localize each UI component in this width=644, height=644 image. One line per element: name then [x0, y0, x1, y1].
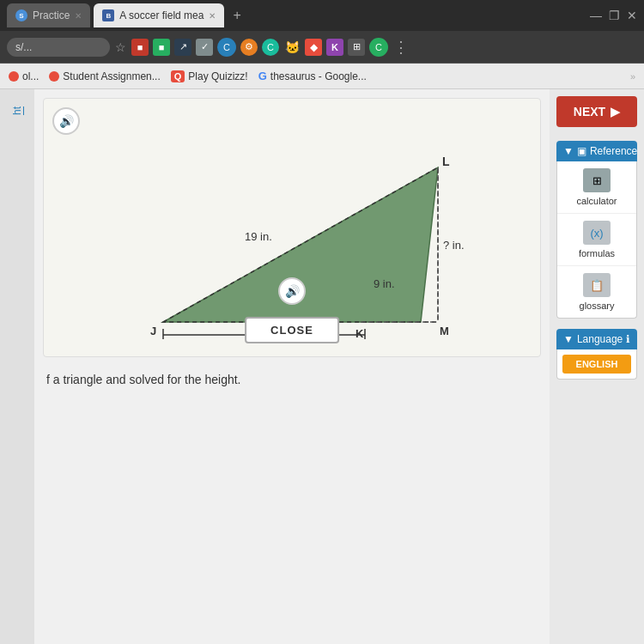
star-icon[interactable]: ☆ — [115, 40, 126, 54]
tab-soccer[interactable]: B A soccer field mea ✕ — [94, 3, 224, 27]
right-sidebar: NEXT ▶ ▼ ▣ Reference ⊞ calculator (x) fo… — [550, 89, 644, 644]
browser-frame: S Practice ✕ B A soccer field mea ✕ + — … — [0, 0, 644, 644]
close-window-button[interactable]: ✕ — [627, 9, 637, 22]
maximize-button[interactable]: ❐ — [609, 9, 620, 22]
formulas-icon: (x) — [583, 221, 611, 245]
address-input[interactable] — [7, 38, 110, 57]
bottom-text: f a triangle and solved for the height. — [43, 366, 541, 393]
reference-section[interactable]: ▼ ▣ Reference — [556, 141, 637, 161]
window-controls: — ❐ ✕ — [590, 9, 637, 22]
reference-items: ⊞ calculator (x) formulas 📋 glossary — [556, 161, 637, 319]
label-k: K — [355, 327, 364, 339]
toolbar-icon-c2[interactable]: C — [262, 39, 279, 56]
google-icon: G — [258, 70, 267, 82]
bookmark-ol[interactable]: ol... — [9, 70, 39, 82]
tab-label-practice: Practice — [33, 9, 70, 21]
bookmark-student[interactable]: Student Assignmen... — [49, 70, 160, 82]
toolbar-icon-1[interactable]: ■ — [131, 39, 149, 56]
tab-close-practice[interactable]: ✕ — [75, 11, 82, 21]
side-label-9: 9 in. — [374, 277, 395, 290]
glossary-label: glossary — [580, 301, 615, 311]
triangle-container: L K M J 19 in. ? in. 9 in. — [61, 116, 523, 339]
bookmarks-bar: ol... Student Assignmen... Q Play Quiziz… — [0, 64, 644, 89]
toolbar-icon-grid[interactable]: ⊞ — [348, 39, 365, 56]
new-tab-button[interactable]: + — [228, 8, 246, 23]
bookmark-dot-student — [49, 71, 59, 82]
toolbar-icon-gear[interactable]: ⚙ — [240, 39, 258, 56]
glossary-icon: 📋 — [583, 273, 611, 297]
bookmarks-more-icon[interactable]: » — [630, 71, 635, 82]
minimize-button[interactable]: — — [590, 9, 602, 22]
tab-practice[interactable]: S Practice ✕ — [7, 3, 90, 27]
next-arrow-icon: ▶ — [611, 105, 620, 118]
center-content: 🔊 — [34, 89, 550, 644]
toolbar-icon-c3[interactable]: C — [369, 38, 388, 57]
glossary-item[interactable]: 📋 glossary — [557, 266, 636, 318]
calculator-item[interactable]: ⊞ calculator — [557, 161, 636, 214]
bookmark-label-thesaurus: thesaurus - Google... — [270, 70, 367, 82]
bookmark-label-student: Student Assignmen... — [63, 70, 160, 82]
triangle-svg: L K M J 19 in. ? in. 9 in. — [112, 116, 472, 339]
formulas-label: formulas — [579, 248, 615, 258]
bookmark-label-ol: ol... — [22, 70, 39, 82]
bookmark-quizizz[interactable]: Q Play Quizizz! — [171, 70, 248, 82]
address-bar: ☆ ■ ■ ↗ ✓ C ⚙ C 🐱 ◆ K ⊞ C ⋮ — [0, 31, 644, 64]
title-bar: S Practice ✕ B A soccer field mea ✕ + — … — [0, 0, 644, 31]
label-j: J — [150, 325, 156, 337]
calculator-icon: ⊞ — [583, 168, 611, 192]
language-info-icon: ℹ — [626, 333, 630, 345]
reference-label: Reference — [590, 145, 637, 157]
side-label-19: 19 in. — [245, 230, 272, 243]
toolbar-icons: ■ ■ ↗ ✓ C ⚙ C 🐱 ◆ K ⊞ C — [131, 38, 388, 57]
side-label-question: ? in. — [443, 239, 465, 252]
bookmark-label-quizizz: Play Quizizz! — [188, 70, 247, 82]
formulas-item[interactable]: (x) formulas — [557, 214, 636, 266]
english-button[interactable]: ENGLISH — [562, 355, 631, 374]
toolbar-icon-2[interactable]: ■ — [153, 39, 170, 56]
tab-label-soccer: A soccer field mea — [119, 9, 204, 21]
speaker-button-bottom[interactable]: 🔊 — [278, 277, 306, 305]
close-button[interactable]: CLOSE — [245, 317, 339, 343]
speaker-button-top[interactable]: 🔊 — [52, 107, 80, 135]
reference-book-icon: ▣ — [577, 145, 586, 157]
calculator-label: calculator — [576, 196, 617, 206]
language-label: Language — [577, 333, 623, 345]
language-triangle-icon: ▼ — [563, 333, 574, 345]
question-image: 🔊 — [43, 98, 541, 357]
more-menu-button[interactable]: ⋮ — [393, 38, 409, 57]
main-content: ht 🔊 — [0, 89, 644, 644]
tab-icon-soccer: B — [102, 9, 114, 21]
tab-icon-practice: S — [15, 9, 27, 21]
english-section: ENGLISH — [556, 349, 637, 380]
next-button[interactable]: NEXT ▶ — [556, 96, 637, 127]
toolbar-icon-4[interactable]: ✓ — [196, 39, 213, 56]
tab-close-soccer[interactable]: ✕ — [209, 11, 216, 21]
label-l: L — [442, 155, 450, 168]
left-link[interactable]: ht — [11, 106, 23, 115]
toolbar-icon-c1[interactable]: C — [217, 38, 236, 57]
quizizz-icon: Q — [171, 70, 185, 82]
next-label: NEXT — [574, 105, 605, 118]
toolbar-icon-3[interactable]: ↗ — [174, 39, 191, 56]
label-m: M — [440, 325, 449, 337]
bookmark-dot-ol — [9, 71, 19, 82]
language-section[interactable]: ▼ Language ℹ — [556, 329, 637, 349]
toolbar-icon-k[interactable]: K — [326, 39, 343, 56]
left-sidebar: ht — [0, 89, 34, 644]
toolbar-icon-diamond[interactable]: ◆ — [305, 39, 322, 56]
bookmark-thesaurus[interactable]: G thesaurus - Google... — [258, 70, 367, 82]
toolbar-icon-ghost[interactable]: 🐱 — [283, 39, 301, 56]
reference-triangle-icon: ▼ — [563, 145, 574, 157]
